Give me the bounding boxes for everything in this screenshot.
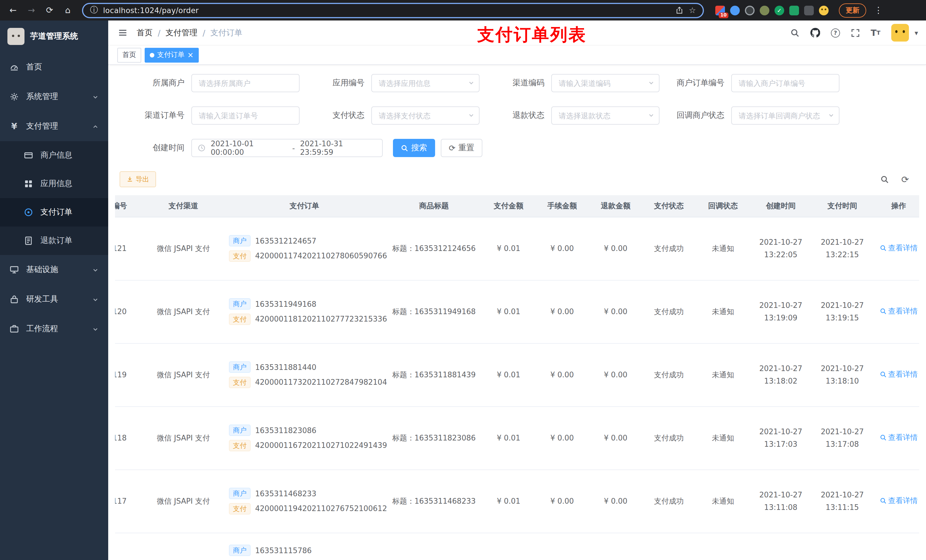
refresh-table-icon[interactable]: ⟳ bbox=[901, 174, 909, 185]
search-button[interactable]: 搜索 bbox=[393, 139, 435, 157]
reload-icon: ⟳ bbox=[46, 5, 53, 15]
col-amount: 支付金额 bbox=[483, 195, 535, 217]
browser-menu-icon[interactable]: ⋮ bbox=[874, 5, 883, 15]
cell-actions: 查看详情 bbox=[873, 280, 919, 343]
fullscreen-icon[interactable] bbox=[851, 28, 860, 37]
cell-actions: 查看详情 bbox=[873, 343, 919, 406]
sidebar-item-pay-order[interactable]: 支付订单 bbox=[0, 198, 108, 226]
table-row-partial: 商户163531115786 bbox=[115, 533, 919, 560]
channel-order-no-input[interactable] bbox=[191, 106, 300, 125]
sidebar-item-system[interactable]: 系统管理 bbox=[0, 82, 108, 112]
github-icon[interactable] bbox=[810, 28, 820, 38]
breadcrumb-home[interactable]: 首页 bbox=[137, 27, 153, 38]
filter-row-3: 创建时间 2021-10-01 00:00:00 - 2021-10-31 23… bbox=[115, 139, 919, 157]
col-order: 支付订单 bbox=[223, 195, 386, 217]
font-size-icon[interactable]: TT bbox=[871, 27, 881, 38]
breadcrumb-payment[interactable]: 支付管理 bbox=[165, 27, 197, 38]
view-detail-link[interactable]: 查看详情 bbox=[879, 432, 918, 444]
sidebar-item-label: 系统管理 bbox=[26, 92, 58, 102]
sidebar-item-infrastructure[interactable]: 基础设施 bbox=[0, 255, 108, 285]
close-icon[interactable]: × bbox=[188, 51, 194, 59]
cell-paid bbox=[811, 533, 873, 560]
merchant-order-no-input[interactable] bbox=[731, 74, 840, 92]
view-detail-link[interactable]: 查看详情 bbox=[879, 305, 918, 317]
extension-blue-drop-icon[interactable] bbox=[730, 5, 740, 15]
filter-merchant: 所属商户 bbox=[123, 74, 300, 92]
caret-down-icon[interactable]: ▾ bbox=[915, 29, 918, 37]
cell-paid: 2021-10-27 13:18:10 bbox=[811, 343, 873, 406]
extension-gray-icon[interactable] bbox=[745, 5, 755, 15]
forward-icon: → bbox=[27, 5, 35, 15]
channel-code-select[interactable] bbox=[551, 74, 660, 92]
pay-order-no: 4200001194202110276752100612 bbox=[255, 503, 387, 515]
url-text[interactable]: localhost:1024/pay/order bbox=[103, 6, 670, 15]
cell-fee: ¥ 0.00 bbox=[535, 406, 589, 469]
cell-fee: ¥ 0.00 bbox=[535, 217, 589, 280]
filter-label: 创建时间 bbox=[123, 143, 191, 153]
sidebar-item-label: 工作流程 bbox=[26, 324, 58, 334]
browser-update-button[interactable]: 更新 bbox=[839, 3, 866, 17]
toggle-search-icon[interactable] bbox=[880, 175, 889, 184]
chevron-down-icon bbox=[92, 296, 98, 302]
filter-channel-code: 渠道编码 bbox=[483, 74, 660, 92]
bookmark-star-icon[interactable]: ☆ bbox=[689, 6, 696, 15]
tab-pay-order[interactable]: 支付订单 × bbox=[145, 48, 199, 62]
sidebar-item-payment[interactable]: ¥ 支付管理 bbox=[0, 112, 108, 141]
cell-fee: ¥ 0.00 bbox=[535, 469, 589, 533]
cell-paid: 2021-10-27 13:11:15 bbox=[811, 469, 873, 533]
cell-amount: ¥ 0.01 bbox=[483, 469, 535, 533]
date-range-input[interactable]: 2021-10-01 00:00:00 - 2021-10-31 23:59:5… bbox=[191, 139, 383, 157]
refund-status-select[interactable] bbox=[551, 106, 660, 125]
sidebar-toggle-button[interactable] bbox=[108, 20, 137, 45]
cell-channel: 微信 JSAPI 支付 bbox=[144, 343, 223, 406]
sidebar-submenu-payment: 商户信息 应用信息 支付订单 bbox=[0, 141, 108, 255]
sidebar-item-refund-order[interactable]: 退款订单 bbox=[0, 226, 108, 255]
site-info-icon[interactable]: ⓘ bbox=[90, 5, 98, 15]
view-detail-link[interactable]: 查看详情 bbox=[879, 242, 918, 254]
extension-check-icon[interactable]: ✓ bbox=[775, 5, 784, 15]
cell-refund: ¥ 0.00 bbox=[589, 406, 642, 469]
share-icon[interactable] bbox=[676, 6, 684, 14]
merchant-badge: 商户 bbox=[229, 299, 251, 310]
merchant-input[interactable] bbox=[191, 74, 300, 92]
cell-title: 标题：1635312124656 bbox=[386, 217, 483, 280]
extension-colorful-icon[interactable]: 10 bbox=[715, 5, 725, 15]
address-bar[interactable]: ⓘ localhost:1024/pay/order ☆ bbox=[82, 3, 704, 18]
extension-olive-icon[interactable] bbox=[760, 5, 769, 15]
pay-order-no: 4200001174202110278060590766 bbox=[255, 250, 387, 262]
sidebar-item-app-info[interactable]: 应用信息 bbox=[0, 170, 108, 198]
extension-pin-icon[interactable] bbox=[804, 5, 814, 15]
view-detail-link[interactable]: 查看详情 bbox=[879, 495, 918, 507]
merchant-badge: 商户 bbox=[229, 488, 251, 500]
search-icon[interactable] bbox=[790, 28, 800, 37]
browser-forward-button[interactable]: → bbox=[24, 3, 39, 18]
app-id-select[interactable] bbox=[371, 74, 480, 92]
tab-home[interactable]: 首页 bbox=[117, 48, 141, 62]
help-icon[interactable]: ? bbox=[831, 28, 840, 37]
cell-actions: 查看详情 bbox=[873, 217, 919, 280]
pay-badge: 支付 bbox=[229, 440, 251, 451]
date-end: 2021-10-31 23:59:59 bbox=[300, 139, 377, 157]
browser-back-button[interactable]: ← bbox=[6, 3, 21, 18]
sidebar-item-home[interactable]: 首页 bbox=[0, 52, 108, 82]
export-button[interactable]: 导出 bbox=[120, 171, 156, 187]
cell-id: 119 bbox=[115, 343, 144, 406]
avatar[interactable] bbox=[891, 24, 909, 42]
sidebar-item-label: 支付订单 bbox=[41, 207, 72, 217]
sidebar-item-dev-tools[interactable]: 研发工具 bbox=[0, 285, 108, 314]
sidebar-item-merchant-info[interactable]: 商户信息 bbox=[0, 141, 108, 170]
extension-face-icon[interactable] bbox=[819, 5, 829, 15]
cell-status bbox=[642, 533, 696, 560]
browser-home-button[interactable]: ⌂ bbox=[61, 3, 75, 18]
sidebar-logo[interactable]: 芋道管理系统 bbox=[0, 21, 108, 52]
table-row: 119 微信 JSAPI 支付 商户1635311881440 支付420000… bbox=[115, 343, 919, 406]
view-detail-link[interactable]: 查看详情 bbox=[879, 368, 918, 380]
browser-reload-button[interactable]: ⟳ bbox=[42, 3, 57, 18]
reset-button[interactable]: ⟳ 重置 bbox=[441, 139, 482, 157]
notify-status-select[interactable] bbox=[731, 106, 840, 125]
filter-label: 退款状态 bbox=[483, 110, 551, 121]
pay-status-select[interactable] bbox=[371, 106, 480, 125]
sidebar-item-workflow[interactable]: 工作流程 bbox=[0, 314, 108, 344]
cell-paid: 2021-10-27 13:22:15 bbox=[811, 217, 873, 280]
extension-green-square-icon[interactable] bbox=[789, 5, 799, 15]
